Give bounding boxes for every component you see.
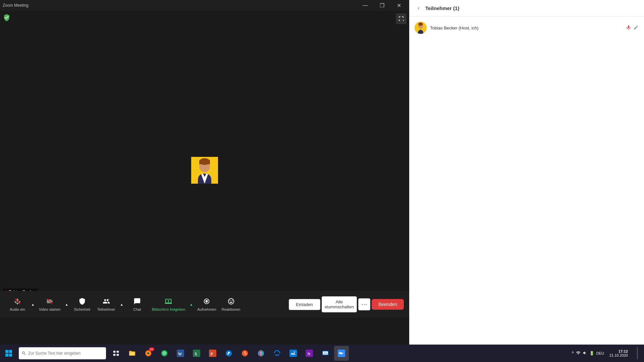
record-icon: [203, 298, 210, 306]
chat-button[interactable]: Chat: [125, 292, 149, 316]
titlebar: Zoom Meeting — ❒ ✕: [0, 0, 409, 11]
security-icon: [78, 298, 86, 306]
show-desktop[interactable]: [631, 345, 644, 362]
security-button[interactable]: Sicherheit: [70, 292, 94, 316]
participant-avatar-small: [415, 22, 427, 34]
window-controls: — ❒ ✕: [358, 0, 407, 11]
share-screen-icon: [165, 298, 172, 306]
participants-label: Teilnehmer: [97, 307, 115, 311]
svg-rect-12: [5, 350, 8, 353]
fullscreen-button[interactable]: [396, 13, 407, 24]
taskbar-app-photos[interactable]: [286, 346, 301, 361]
participant-info: Tobias Becker (Host, ich): [430, 25, 623, 31]
taskbar-app-edge1[interactable]: [221, 346, 236, 361]
chat-icon: [133, 298, 141, 306]
svg-text:N: N: [308, 352, 311, 356]
panel-collapse-button[interactable]: ‹: [415, 4, 423, 12]
audio-label: Audio ein: [10, 307, 25, 311]
taskbar-search-input[interactable]: [28, 351, 103, 356]
taskbar-app-word[interactable]: W: [173, 346, 188, 361]
chevron-up-icon[interactable]: ^: [572, 351, 574, 356]
taskbar-app-powerpoint[interactable]: P: [205, 346, 220, 361]
record-label: Aufnehmen: [197, 307, 216, 311]
taskbar-app-zoom[interactable]: [334, 346, 349, 361]
taskbar-app-spotify[interactable]: [157, 346, 172, 361]
svg-point-36: [294, 352, 295, 353]
participant-mic-icon: [626, 25, 631, 31]
svg-text:P: P: [211, 352, 213, 356]
battery-icon: 🔋: [589, 351, 594, 356]
audio-button[interactable]: Audio ein: [5, 292, 30, 316]
start-button[interactable]: [0, 345, 17, 362]
svg-rect-19: [117, 354, 119, 356]
mic-muted-icon: [14, 298, 21, 306]
window-title: Zoom Meeting: [3, 3, 29, 8]
mute-all-button[interactable]: Alle stummschalten: [322, 296, 357, 312]
share-arrow[interactable]: ▲: [188, 292, 195, 316]
main-video-area: Tobias Becker Audio ein ▲: [0, 11, 409, 335]
svg-rect-16: [113, 351, 116, 353]
svg-point-22: [147, 352, 149, 354]
end-button[interactable]: Beenden: [372, 299, 404, 310]
taskbar-app-onenote[interactable]: N: [302, 346, 317, 361]
toolbar-left: Audio ein ▲ Video starten ▲: [5, 292, 289, 316]
svg-point-34: [260, 352, 262, 354]
taskbar-app-explorer[interactable]: [125, 346, 140, 361]
participant-avatar: [191, 157, 218, 184]
share-screen-button[interactable]: Bildschirm freigeben: [149, 292, 188, 316]
reactions-button[interactable]: Reaktionen: [219, 292, 243, 316]
share-group: Bildschirm freigeben ▲: [149, 292, 195, 316]
svg-rect-15: [9, 354, 12, 357]
minimize-button[interactable]: —: [358, 0, 373, 11]
more-options-button[interactable]: ⋯: [358, 298, 370, 310]
video-button[interactable]: Video starten: [36, 292, 63, 316]
security-badge: [3, 13, 11, 21]
end-group: Einladen Alle stummschalten ⋯ Beenden: [289, 296, 404, 312]
taskbar-apps: 69 W X: [107, 346, 569, 361]
security-label: Sicherheit: [74, 307, 90, 311]
audio-group: Audio ein ▲: [5, 292, 36, 316]
taskbar-app-taskview[interactable]: [109, 346, 123, 361]
svg-rect-17: [117, 351, 119, 353]
volume-icon: [583, 351, 587, 356]
taskbar-app-chrome[interactable]: [254, 346, 268, 361]
svg-rect-13: [9, 350, 12, 353]
video-arrow[interactable]: ▲: [63, 292, 70, 316]
participants-arrow[interactable]: ▲: [118, 292, 125, 316]
svg-text:X: X: [195, 352, 198, 356]
participants-button[interactable]: + Teilnehmer: [94, 292, 118, 316]
clock[interactable]: 17:12 21.10.2020: [607, 349, 631, 357]
reactions-label: Reaktionen: [222, 307, 240, 311]
svg-rect-14: [5, 354, 8, 357]
firefox-badge: 69: [149, 347, 154, 351]
taskbar-search[interactable]: [19, 347, 106, 359]
chat-label: Chat: [133, 307, 141, 311]
taskbar-app-whiteboard[interactable]: [318, 346, 333, 361]
participant-item: Tobias Becker (Host, ich): [409, 19, 644, 37]
svg-text:+: +: [108, 298, 109, 301]
panel-body: Tobias Becker (Host, ich): [409, 16, 644, 345]
taskbar: 69 W X: [0, 345, 644, 362]
audio-arrow[interactable]: ▲: [30, 292, 36, 316]
record-button[interactable]: Aufnehmen: [195, 292, 219, 316]
taskbar-app-firefox[interactable]: 69: [141, 346, 156, 361]
video-label: Video starten: [39, 307, 61, 311]
participant-edit-icon: [633, 25, 639, 31]
svg-rect-35: [289, 350, 297, 357]
close-button[interactable]: ✕: [391, 0, 407, 11]
invite-button[interactable]: Einladen: [289, 299, 320, 310]
svg-point-8: [206, 300, 208, 302]
panel-header: ‹ Teilnehmer (1): [409, 0, 644, 16]
participants-icon: +: [103, 298, 110, 306]
taskbar-app-excel[interactable]: X: [189, 346, 204, 361]
share-label: Bildschirm freigeben: [152, 307, 185, 311]
video-off-icon: [46, 298, 53, 306]
restore-button[interactable]: ❒: [374, 0, 390, 11]
taskbar-app-calendar[interactable]: [237, 346, 252, 361]
panel-header-left: ‹ Teilnehmer (1): [415, 4, 459, 12]
reactions-icon: [227, 298, 235, 306]
svg-point-23: [161, 350, 167, 356]
network-icon: [576, 351, 581, 356]
clock-time: 17:12: [619, 349, 628, 353]
taskbar-app-edge2[interactable]: [270, 346, 284, 361]
